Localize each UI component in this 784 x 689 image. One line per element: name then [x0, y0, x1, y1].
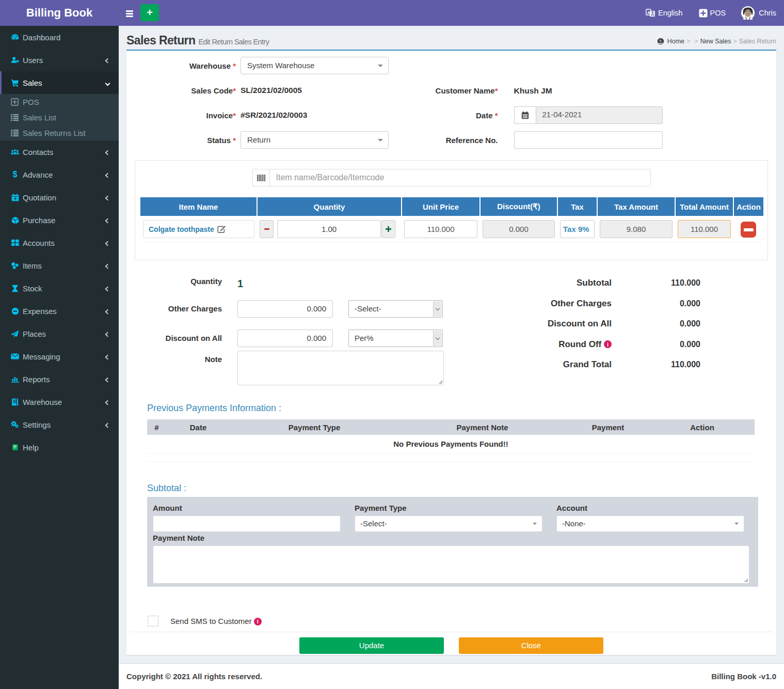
- svg-text:A: A: [647, 10, 650, 15]
